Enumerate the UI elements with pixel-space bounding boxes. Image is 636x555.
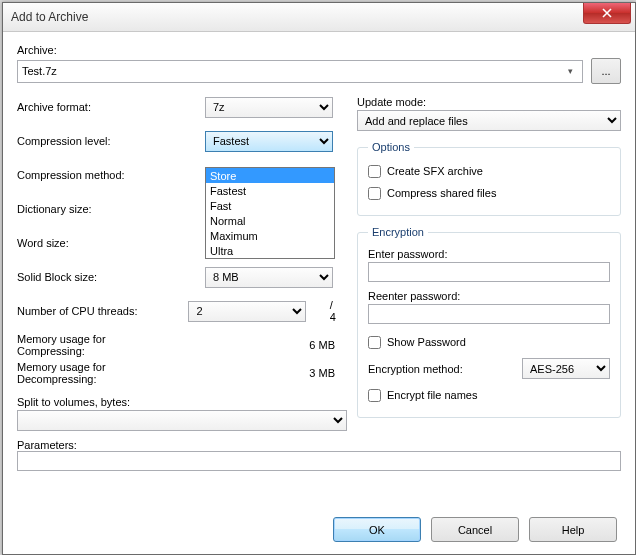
block-label: Solid Block size: (17, 271, 205, 283)
password-confirm-input[interactable] (368, 304, 610, 324)
memc-value: 6 MB (176, 339, 347, 351)
level-option-normal[interactable]: Normal (206, 213, 334, 228)
password-input[interactable] (368, 262, 610, 282)
encryption-group: Encryption Enter password: Reenter passw… (357, 226, 621, 418)
chevron-down-icon: ▾ (562, 66, 578, 76)
threads-total: / 4 (330, 299, 341, 323)
level-dropdown[interactable]: Store Fastest Fast Normal Maximum Ultra (205, 167, 335, 259)
threads-label: Number of CPU threads: (17, 305, 188, 317)
help-button[interactable]: Help (529, 517, 617, 542)
encrypt-names-checkbox[interactable]: Encrypt file names (368, 385, 610, 405)
cancel-button[interactable]: Cancel (431, 517, 519, 542)
block-select[interactable]: 8 MB (205, 267, 333, 288)
pw1-label: Enter password: (368, 248, 610, 260)
pw2-label: Reenter password: (368, 290, 610, 302)
enc-method-select[interactable]: AES-256 (522, 358, 610, 379)
window-title: Add to Archive (11, 10, 583, 24)
titlebar: Add to Archive (3, 3, 635, 32)
enc-method-label: Encryption method: (368, 363, 522, 375)
memd-label: Memory usage for Decompressing: (17, 361, 176, 385)
options-group: Options Create SFX archive Compress shar… (357, 141, 621, 216)
params-label: Parameters: (17, 439, 621, 451)
dialog: Add to Archive Archive: Test.7z ▾ ... Ar… (2, 2, 636, 555)
memd-value: 3 MB (176, 367, 347, 379)
word-label: Word size: (17, 237, 205, 249)
memc-label: Memory usage for Compressing: (17, 333, 176, 357)
level-select[interactable]: Fastest (205, 131, 333, 152)
shared-checkbox[interactable]: Compress shared files (368, 183, 610, 203)
update-label: Update mode: (357, 96, 621, 108)
level-option-fast[interactable]: Fast (206, 198, 334, 213)
level-option-ultra[interactable]: Ultra (206, 243, 334, 258)
format-select[interactable]: 7z (205, 97, 333, 118)
level-option-maximum[interactable]: Maximum (206, 228, 334, 243)
show-password-checkbox[interactable]: Show Password (368, 332, 610, 352)
browse-button[interactable]: ... (591, 58, 621, 84)
encryption-legend: Encryption (368, 226, 428, 238)
split-label: Split to volumes, bytes: (17, 396, 347, 408)
update-select[interactable]: Add and replace files (357, 110, 621, 131)
level-option-fastest[interactable]: Fastest (206, 183, 334, 198)
level-label: Compression level: (17, 135, 205, 147)
sfx-checkbox[interactable]: Create SFX archive (368, 161, 610, 181)
ok-button[interactable]: OK (333, 517, 421, 542)
options-legend: Options (368, 141, 414, 153)
close-icon (602, 8, 612, 18)
close-button[interactable] (583, 3, 631, 24)
params-input[interactable] (17, 451, 621, 471)
format-label: Archive format: (17, 101, 205, 113)
archive-value: Test.7z (22, 65, 562, 77)
level-option-store[interactable]: Store (206, 168, 334, 183)
archive-label: Archive: (17, 44, 621, 56)
archive-combo[interactable]: Test.7z ▾ (17, 60, 583, 83)
method-label: Compression method: (17, 169, 205, 181)
threads-select[interactable]: 2 (188, 301, 305, 322)
split-select[interactable] (17, 410, 347, 431)
dict-label: Dictionary size: (17, 203, 205, 215)
